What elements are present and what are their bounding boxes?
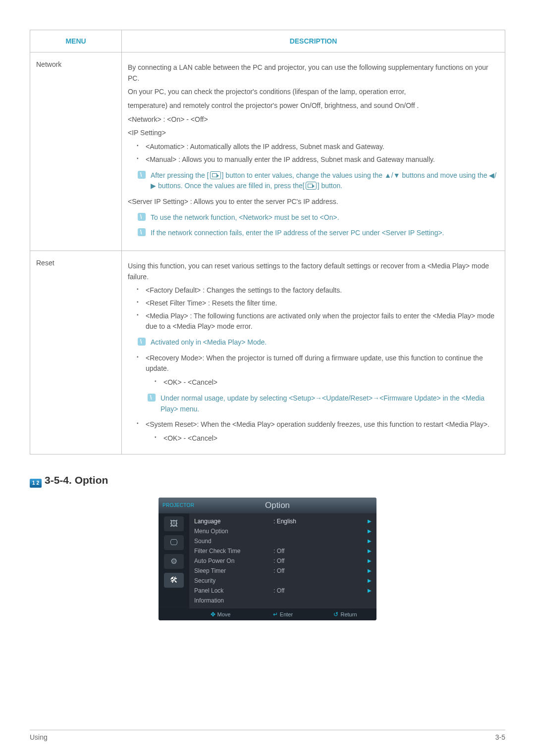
osd-foot-move: ✥Move	[189, 608, 252, 620]
chevron-right-icon: ▶	[368, 518, 372, 524]
osd-item-value: : Off	[273, 567, 368, 574]
list-item: <Recovery Mode>: When the projector is t…	[137, 353, 499, 388]
subsublist: <OK> - <Cancel>	[155, 433, 499, 444]
note-icon	[138, 338, 146, 346]
footer-left: Using	[30, 733, 48, 741]
tab-picture-icon[interactable]: 🖼	[164, 516, 184, 531]
osd-item[interactable]: Security ▶	[192, 576, 372, 586]
osd-tabs: 🖼 🖵 ⚙ 🛠	[159, 513, 189, 608]
text: <IP Setting>	[128, 128, 499, 139]
text: temperature) and remotely control the pr…	[128, 101, 499, 111]
osd-projector-label: PROJECTOR	[159, 503, 193, 508]
enter-button-icon	[210, 171, 221, 179]
list-item: <Media Play> : The following functions a…	[137, 311, 499, 332]
osd-foot-enter: ↵Enter	[252, 608, 314, 620]
osd-item[interactable]: Menu Option ▶	[192, 526, 372, 536]
note-text: Activated only in <Media Play> Mode.	[151, 338, 267, 346]
osd-item-label: Information	[192, 597, 273, 604]
osd-item-label: Sound	[192, 538, 273, 545]
sublist: <System Reset>: When the <Media Play> op…	[137, 419, 499, 444]
osd-item-label: Menu Option	[192, 528, 273, 535]
move-icon: ✥	[211, 611, 215, 618]
tab-option-icon[interactable]: 🛠	[164, 573, 184, 588]
osd-item-value: : English	[273, 518, 368, 525]
note-block: After pressing the [] button to enter va…	[138, 170, 499, 192]
osd-foot-label: Move	[217, 611, 231, 617]
note-text: ] button.	[318, 182, 343, 190]
osd-list: Language : English ▶ Menu Option ▶ Sound…	[189, 513, 376, 608]
text: <Server IP Setting> : Allows you to ente…	[128, 197, 499, 207]
osd-item[interactable]: Auto Power On : Off ▶	[192, 556, 372, 566]
osd-panel: PROJECTOR Option 🖼 🖵 ⚙ 🛠 Language : Engl…	[159, 498, 376, 620]
osd-item-value: : Off	[273, 548, 368, 554]
list-item: <System Reset>: When the <Media Play> op…	[137, 419, 499, 444]
menu-table: MENU DESCRIPTION Network By connecting a…	[30, 30, 505, 454]
osd-foot-label: Enter	[280, 611, 293, 617]
osd-item-label: Auto Power On	[192, 557, 273, 564]
osd-item[interactable]: Information ▶	[192, 596, 372, 605]
note-block: To use the network function, <Network> m…	[138, 212, 499, 223]
section-title: 3-5-4. Option	[45, 474, 108, 486]
list-item: <OK> - <Cancel>	[155, 377, 499, 388]
note-text: To use the network function, <Network> m…	[151, 213, 339, 221]
cell-menu: Reset	[30, 251, 122, 454]
note-block: If the network connection fails, enter t…	[138, 228, 499, 239]
chevron-right-icon: ▶	[368, 558, 372, 563]
note-icon	[138, 171, 146, 179]
enter-icon: ↵	[273, 611, 278, 618]
osd-title: Option	[193, 501, 362, 510]
text: <Network> : <On> - <Off>	[128, 114, 499, 125]
list-item: <Manual> : Allows you to manually enter …	[137, 154, 499, 165]
enter-button-icon	[306, 182, 317, 190]
note-icon	[148, 394, 156, 402]
note-text: Under normal usage, update by selecting …	[160, 394, 484, 413]
list: <Automatic> : Automatically allots the I…	[137, 142, 499, 165]
subsublist: <OK> - <Cancel>	[155, 377, 499, 388]
th-menu: MENU	[30, 30, 122, 52]
list-item: <OK> - <Cancel>	[155, 433, 499, 444]
cell-desc: Using this function, you can reset vario…	[122, 251, 505, 454]
osd-item-label: Language	[192, 518, 273, 525]
note-text: After pressing the [	[151, 171, 209, 179]
tab-input-icon[interactable]: 🖵	[164, 535, 184, 550]
osd-item-value: : Off	[273, 557, 368, 564]
chevron-right-icon: ▶	[368, 568, 372, 573]
text: On your PC, you can check the projector'…	[128, 87, 499, 98]
text: <Recovery Mode>: When the projector is t…	[146, 354, 483, 373]
chevron-right-icon: ▶	[368, 548, 372, 554]
section-heading: 1 23-5-4. Option	[30, 474, 505, 488]
note-block: Under normal usage, update by selecting …	[148, 393, 499, 414]
footer-right: 3-5	[495, 733, 505, 741]
text: <System Reset>: When the <Media Play> op…	[146, 420, 489, 428]
chevron-right-icon: ▶	[368, 588, 372, 593]
text: By connecting a LAN cable between the PC…	[128, 62, 499, 84]
note-icon	[138, 228, 146, 236]
row-reset: Reset Using this function, you can reset…	[30, 251, 505, 454]
osd-item[interactable]: Sound ▶	[192, 536, 372, 546]
osd-item[interactable]: Filter Check Time : Off ▶	[192, 546, 372, 556]
cell-menu: Network	[30, 52, 122, 251]
osd-item-label: Panel Lock	[192, 587, 273, 594]
chevron-right-icon: ▶	[368, 528, 372, 534]
note-text: If the network connection fails, enter t…	[151, 229, 444, 237]
osd-item[interactable]: Sleep Timer : Off ▶	[192, 566, 372, 576]
osd-item[interactable]: Language : English ▶	[192, 516, 372, 526]
osd-item[interactable]: Panel Lock : Off ▶	[192, 586, 372, 596]
chevron-right-icon: ▶	[368, 538, 372, 544]
osd-footer: ✥Move ↵Enter ↺Return	[159, 608, 376, 620]
list: <Factory Default> : Changes the settings…	[137, 285, 499, 332]
section-badge-icon: 1 2	[30, 479, 42, 488]
tab-setup-icon[interactable]: ⚙	[164, 554, 184, 569]
osd-foot-return: ↺Return	[314, 608, 376, 620]
osd-foot-label: Return	[340, 611, 357, 617]
chevron-right-icon: ▶	[368, 578, 372, 583]
osd-item-label: Sleep Timer	[192, 567, 273, 574]
osd-item-label: Security	[192, 577, 273, 584]
note-icon	[138, 213, 146, 221]
sublist: <Recovery Mode>: When the projector is t…	[137, 353, 499, 388]
row-network: Network By connecting a LAN cable betwee…	[30, 52, 505, 251]
note-block: Activated only in <Media Play> Mode.	[138, 337, 499, 348]
osd-item-value: : Off	[273, 587, 368, 594]
osd-header: PROJECTOR Option	[159, 498, 376, 513]
osd-item-label: Filter Check Time	[192, 548, 273, 554]
